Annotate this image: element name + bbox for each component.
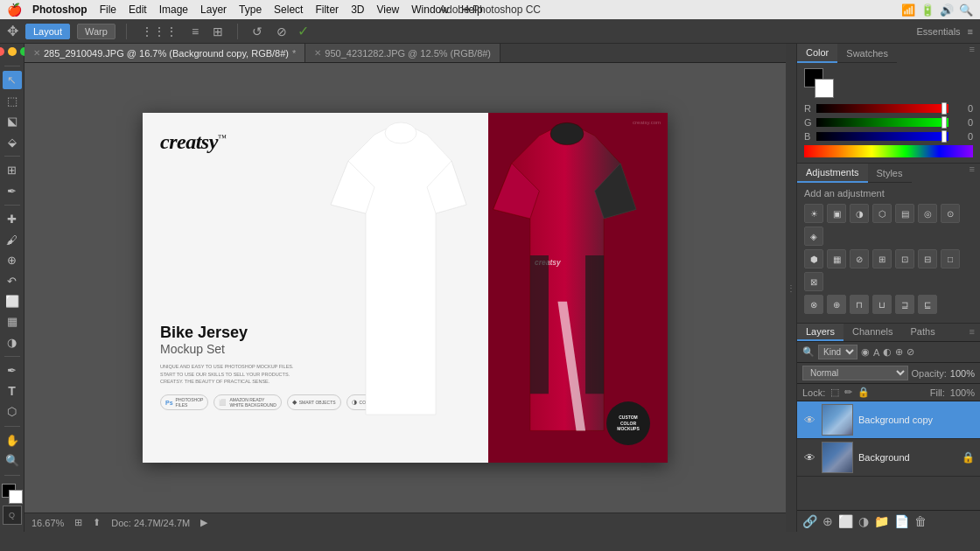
- marquee-tool[interactable]: ⬚: [3, 91, 22, 109]
- hand-tool[interactable]: ✋: [3, 431, 22, 450]
- red-slider[interactable]: [816, 104, 948, 113]
- tab-paths[interactable]: Paths: [902, 324, 944, 341]
- blue-value[interactable]: 0: [952, 131, 973, 142]
- layer-kind-select[interactable]: Kind: [818, 345, 858, 359]
- dodge-tool[interactable]: ◑: [3, 333, 22, 352]
- eraser-tool[interactable]: ⬜: [3, 292, 22, 310]
- panel-options-icon[interactable]: ≡: [968, 26, 973, 37]
- lock-icon-pixels[interactable]: ⬚: [830, 387, 839, 398]
- layer-style-icon[interactable]: ⊕: [822, 514, 833, 528]
- background-color-swatch[interactable]: [815, 79, 834, 98]
- adj-icon-14[interactable]: ⊑: [918, 295, 937, 314]
- tab-layers[interactable]: Layers: [797, 324, 844, 341]
- tab-document-2[interactable]: ✕ 950_4231282.JPG @ 12.5% (RGB/8#): [305, 44, 500, 62]
- apple-menu[interactable]: 🍎: [7, 3, 22, 17]
- tab-close-1[interactable]: ✕: [33, 48, 40, 58]
- layer-delete-icon[interactable]: 🗑: [914, 514, 927, 528]
- quick-mask-button[interactable]: Q: [3, 506, 22, 525]
- tab-swatches[interactable]: Swatches: [837, 44, 897, 63]
- align-icon-2[interactable]: ≡: [188, 23, 202, 40]
- lock-icon-all[interactable]: 🔒: [858, 387, 870, 398]
- pen-tool[interactable]: ✒: [3, 361, 22, 380]
- tab-color[interactable]: Color: [797, 44, 837, 63]
- layers-panel-close[interactable]: ≡: [964, 324, 980, 341]
- tab-close-2[interactable]: ✕: [314, 48, 321, 58]
- color-lookup-icon[interactable]: ⊘: [850, 249, 869, 269]
- channel-mixer-icon[interactable]: ▦: [827, 249, 846, 269]
- menu-3d[interactable]: 3D: [351, 3, 364, 16]
- lasso-tool[interactable]: ⬕: [3, 112, 22, 130]
- path-tool[interactable]: ⬡: [3, 402, 22, 421]
- green-value[interactable]: 0: [952, 117, 973, 128]
- status-arrow[interactable]: ▶: [200, 517, 207, 528]
- posterize-icon[interactable]: ⊡: [895, 249, 914, 269]
- menu-image[interactable]: Image: [159, 3, 188, 16]
- adj-icon-13[interactable]: ⊒: [895, 295, 914, 314]
- fill-value[interactable]: 100%: [950, 387, 975, 398]
- layer-background[interactable]: 👁 Background 🔒: [797, 439, 980, 477]
- invert-icon[interactable]: ⊞: [872, 249, 892, 269]
- menu-select[interactable]: Select: [274, 3, 303, 16]
- menu-layer[interactable]: Layer: [200, 3, 227, 16]
- filter-options-icon-1[interactable]: ◉: [861, 346, 870, 358]
- foreground-background-colors[interactable]: [804, 68, 834, 98]
- brush-tool[interactable]: 🖌: [3, 230, 22, 248]
- gradient-map-icon[interactable]: □: [941, 249, 960, 269]
- menu-view[interactable]: View: [376, 3, 399, 16]
- layer-background-copy[interactable]: 👁 Background copy: [797, 401, 980, 439]
- align-icon-1[interactable]: ⋮⋮⋮: [137, 23, 181, 40]
- menu-edit[interactable]: Edit: [129, 3, 147, 16]
- green-slider[interactable]: [816, 118, 948, 127]
- brightness-contrast-icon[interactable]: ☀: [804, 204, 823, 223]
- minimize-button[interactable]: [8, 47, 17, 56]
- panel-resize-handle[interactable]: ⋮: [786, 44, 796, 532]
- warp-button[interactable]: Warp: [77, 24, 116, 39]
- threshold-icon[interactable]: ⊟: [918, 249, 937, 269]
- close-button[interactable]: [0, 47, 4, 56]
- zoom-tool[interactable]: 🔍: [3, 451, 22, 470]
- filter-options-icon-5[interactable]: ⊘: [906, 346, 914, 358]
- opacity-value[interactable]: 100%: [950, 368, 975, 379]
- text-tool[interactable]: T: [3, 382, 22, 401]
- layer-link-icon[interactable]: 🔗: [802, 514, 817, 528]
- color-swatches[interactable]: [2, 484, 23, 504]
- filter-options-icon-3[interactable]: ◐: [883, 346, 892, 358]
- color-spectrum[interactable]: [804, 145, 973, 157]
- crop-tool[interactable]: ⊞: [3, 161, 22, 179]
- healing-tool[interactable]: ✚: [3, 210, 22, 228]
- layer-visibility-2[interactable]: 👁: [802, 450, 816, 464]
- tab-channels[interactable]: Channels: [844, 324, 901, 341]
- photo-filter-icon[interactable]: ⬢: [804, 249, 823, 269]
- align-icon-3[interactable]: ⊞: [209, 23, 227, 40]
- adj-icon-12[interactable]: ⊔: [872, 295, 892, 314]
- adj-icon-9[interactable]: ⊗: [804, 295, 823, 314]
- eyedropper-tool[interactable]: ✒: [3, 181, 22, 199]
- search-icon[interactable]: 🔍: [959, 3, 973, 17]
- selective-color-icon[interactable]: ⊠: [804, 272, 823, 291]
- blend-mode-select[interactable]: Normal: [802, 366, 908, 380]
- adj-icon-10[interactable]: ⊕: [827, 295, 846, 314]
- menu-type[interactable]: Type: [239, 3, 262, 16]
- hue-saturation-icon[interactable]: ◎: [918, 204, 937, 223]
- tab-document-1[interactable]: ✕ 285_2910049.JPG @ 16.7% (Background co…: [24, 44, 305, 62]
- menu-file[interactable]: File: [100, 3, 116, 16]
- layer-group-icon[interactable]: 📁: [874, 514, 889, 528]
- cancel-icon[interactable]: ⊘: [273, 23, 290, 40]
- gradient-tool[interactable]: ▦: [3, 312, 22, 331]
- adjustments-panel-close[interactable]: ≡: [964, 164, 980, 183]
- lock-icon-position[interactable]: ✏: [844, 387, 852, 398]
- red-value[interactable]: 0: [952, 103, 973, 114]
- layer-visibility-1[interactable]: 👁: [802, 413, 816, 427]
- magic-wand-tool[interactable]: ⬙: [3, 132, 22, 150]
- tab-adjustments[interactable]: Adjustments: [797, 164, 868, 183]
- blue-slider[interactable]: [816, 132, 948, 141]
- exposure-icon[interactable]: ⬡: [872, 204, 892, 223]
- vibrance-icon[interactable]: ▤: [895, 204, 914, 223]
- move-tool[interactable]: ↖: [3, 71, 22, 89]
- curves-icon[interactable]: ◑: [850, 204, 869, 223]
- filter-options-icon-2[interactable]: A: [873, 347, 879, 358]
- clone-tool[interactable]: ⊕: [3, 251, 22, 269]
- history-tool[interactable]: ↶: [3, 271, 22, 289]
- black-white-icon[interactable]: ◈: [804, 227, 823, 246]
- adj-icon-11[interactable]: ⊓: [850, 295, 869, 314]
